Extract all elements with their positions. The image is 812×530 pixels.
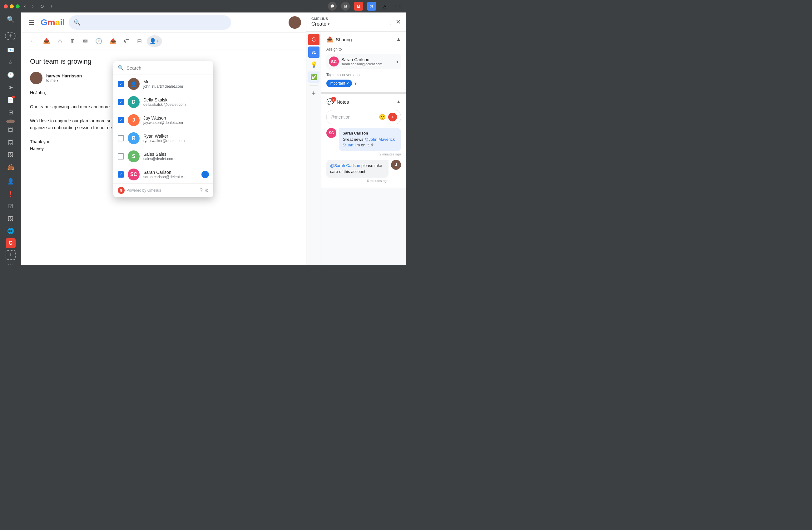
sender-avatar [30,72,42,84]
search-input[interactable] [84,20,226,25]
notes-badge: 2 [331,97,336,102]
assign-user-row[interactable]: SC Sarah Carlson sarah.carlson@deleat.co… [327,54,401,69]
delete-button[interactable]: 🗑 [68,35,78,47]
dock-gmelius-icon[interactable]: G [5,238,16,248]
gmail-os-icon[interactable]: M [354,2,363,11]
dock-photo2-icon[interactable]: 🖼 [6,137,15,148]
sarah-chat-bubble: Sarah Carlson Great news @John Maverick … [339,128,401,151]
stack-icon[interactable]: ⊟ [341,2,350,11]
add-people-button[interactable]: 👤+ [147,35,162,47]
dock-search-icon[interactable]: 🔍 [7,16,15,23]
calendar-panel-icon[interactable]: 31 [308,46,319,58]
user-email-me: john.stuart@dealet.com [143,84,209,89]
dock-archive-icon[interactable]: ⊟ [6,107,15,118]
sender-to: to me ▾ [46,78,82,83]
notification-icon[interactable]: 💬 [328,2,337,11]
tag-dropdown-icon[interactable]: ▾ [354,81,357,86]
dock-clock-icon[interactable]: 🕐 [5,70,16,80]
gmelius-brand: GMELIUS [311,17,330,20]
user-name-ryan: Ryan Walker [143,134,209,138]
label-button[interactable]: 🏷 [121,35,132,47]
calendar-os-icon[interactable]: 31 [367,2,376,11]
dock-photo3-icon[interactable]: 🖼 [6,149,15,160]
lightbulb-panel-icon[interactable]: 💡 [308,59,319,70]
dropdown-user-jay[interactable]: ✓ J Jay Watson jay.watson@dealet.com [113,111,213,129]
dock-photo4-icon[interactable]: 🖼 [6,214,15,224]
john-chat-bubble: @Sarah Carlson please take care of this … [327,160,389,177]
dropdown-user-della[interactable]: ✓ D Della Skalski della.skalski@dealet.c… [113,93,213,111]
dock-draft-icon[interactable]: 📄 [5,94,16,105]
refresh-button[interactable]: ↻ [38,2,46,11]
user-email-sarah: sarah.carlson@deleat.c... [143,175,198,179]
back-to-inbox-button[interactable]: ← [28,35,38,47]
dock-warning-icon[interactable]: ❗ [5,189,16,199]
more-options-icon[interactable]: ⋮ [387,18,393,26]
dock-globe-icon[interactable]: 🌐 [5,226,16,236]
move-to-button[interactable]: 📤 [107,35,119,47]
sharing-panel-icon[interactable]: ✅ [308,72,319,83]
user-name-jay: Jay Watson [143,116,209,120]
dropdown-user-sarah[interactable]: ✓ SC Sarah Carlson sarah.carlson@deleat.… [113,165,213,183]
dock-avatar2-icon[interactable] [6,120,15,123]
notes-section: 💬 2 Notes ▲ @mention 🙂 + [321,94,406,188]
dock-check-icon[interactable]: ☑ [6,201,15,212]
search-icon: 🔍 [74,19,81,26]
dropdown-user-ryan[interactable]: R Ryan Walker ryan.walker@dealet.com [113,129,213,147]
dock-contact-icon[interactable]: 👤 [5,176,16,187]
dock-add-widget-button[interactable]: + [5,250,16,260]
dock-add-account-button[interactable]: + [5,32,16,40]
sarah-badge: 👤 [201,171,209,178]
user-email-sales: sales@dealet.com [143,157,209,161]
dock-more-dots[interactable]: ··· [8,262,13,265]
dropdown-search-input[interactable] [127,65,209,71]
dropdown-user-me[interactable]: ✓ 👤 Me john.stuart@dealet.com [113,75,213,93]
settings-icon[interactable]: ⚙ [205,188,209,193]
dropdown-footer: G Powered by Gmelius ? ⚙ [113,183,213,197]
sender-info: harvey Harrisson to me ▾ [46,73,82,83]
mention-input-bar[interactable]: @mention 🙂 + [327,110,401,124]
tag-chip[interactable]: important × [327,79,352,87]
more-button[interactable]: ⊟ [135,35,144,47]
new-tab-button[interactable]: + [48,2,55,10]
gmelius-footer-logo: G [118,187,125,194]
mark-unread-button[interactable]: ✉ [81,35,90,47]
user-email-della: della.skalski@dealet.com [143,102,209,107]
forward-button[interactable]: › [30,2,35,10]
drive-os-icon[interactable]: △ [380,2,389,11]
dock-bag-icon[interactable]: 👜 [5,162,16,172]
snooze-button[interactable]: 🕐 [93,35,105,47]
dropdown-user-sales[interactable]: S Sales Sales sales@dealet.com [113,147,213,165]
dropdown-search-bar[interactable]: 🔍 [113,61,213,75]
close-dot[interactable] [4,4,8,9]
dock-star-icon[interactable]: ☆ [6,57,15,68]
spam-button[interactable]: ⚠ [55,35,65,47]
help-icon[interactable]: ? [200,188,203,193]
gmelius-create-button[interactable]: Create ▾ [311,21,330,27]
hamburger-menu-button[interactable]: ☰ [26,16,37,29]
emoji-icon[interactable]: 🙂 [379,114,386,120]
minimize-dot[interactable] [10,4,14,9]
dock-inbox-icon[interactable]: 📧 [5,45,16,55]
gmelius-g-icon[interactable]: G [308,34,319,45]
sharing-section-header[interactable]: 📤 Sharing ▲ [321,31,406,47]
grid-os-icon[interactable]: ⋮⋮ [393,2,402,11]
user-avatar[interactable] [289,16,301,29]
maximize-dot[interactable] [16,4,20,9]
add-panel-button[interactable]: + [312,89,316,98]
search-bar[interactable]: 🔍 [69,15,231,30]
notes-section-header[interactable]: 💬 2 Notes ▲ [321,94,406,110]
mention-john: @John Maverick Stuart [343,137,395,147]
dock-photo-icon[interactable]: 🖼 [6,125,15,135]
send-note-button[interactable]: + [388,113,397,121]
gmail-topbar-avatar[interactable] [289,16,301,29]
assignee-avatar: SC [329,57,339,67]
dock-send-icon[interactable]: ➤ [6,82,15,93]
notes-chevron-icon: ▲ [396,99,401,105]
john-chat-avatar: J [391,160,401,170]
check-me-icon: ✓ [118,81,124,87]
tag-remove-icon[interactable]: × [346,81,349,86]
back-button[interactable]: ‹ [22,2,28,10]
archive-button[interactable]: 📥 [41,35,53,47]
close-panel-button[interactable]: ✕ [396,18,401,26]
chat-messages: SC Sarah Carlson Great news @John Maveri… [321,128,406,188]
